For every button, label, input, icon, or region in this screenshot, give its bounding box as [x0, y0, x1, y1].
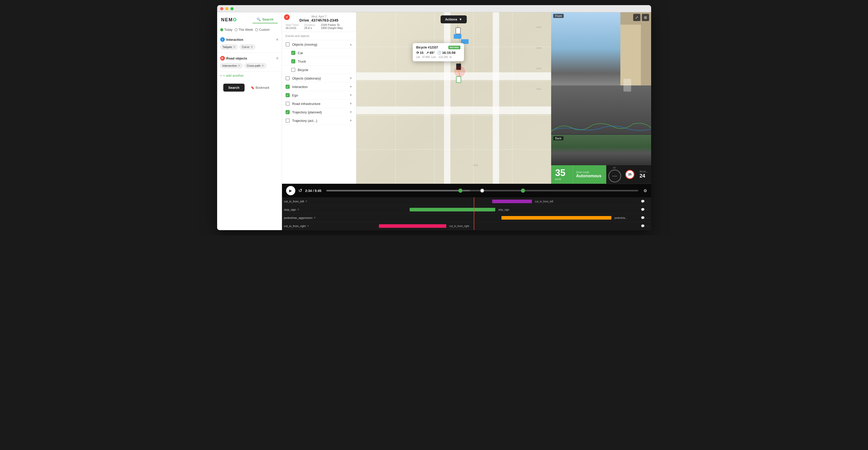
filter-road-infrastructure[interactable]: Road infrastructure ▼ [282, 100, 356, 108]
cutin-right-chevron[interactable]: ▼ [307, 224, 309, 227]
expand-icon[interactable]: ⤢ [633, 14, 640, 21]
close-button[interactable] [220, 7, 223, 10]
ped-comment-icon[interactable]: 💬 [641, 216, 645, 220]
today-radio[interactable] [220, 28, 223, 31]
more-icon[interactable]: ··· [646, 200, 649, 203]
date-filter-today[interactable]: Today [220, 28, 232, 32]
thisweek-radio[interactable] [235, 28, 238, 31]
drive-locations: 2294 Parker St 1800 Dwight Way [321, 23, 343, 29]
interaction-chevron[interactable]: ▼ [349, 85, 352, 88]
bicycle-checkbox[interactable] [291, 68, 295, 72]
search-icon: 🔍 [257, 18, 261, 21]
stop-sign-chevron[interactable]: ▼ [297, 208, 300, 211]
tailgate-remove[interactable]: ✕ [233, 45, 236, 49]
filter-trajectory-planned[interactable]: ✓ Trajectory (planned) ▼ [282, 108, 356, 116]
filter-car[interactable]: ✓ Car [282, 49, 356, 57]
ego-checkbox[interactable]: ✓ [286, 93, 290, 97]
road-objects-header: R Road objects ✕ [220, 55, 279, 62]
filter-interaction[interactable]: ✓ Interaction ▼ [282, 83, 356, 91]
bookmark-button[interactable]: 🔖 Bookmark [251, 86, 270, 89]
objects-stationary-chevron[interactable]: ▼ [349, 77, 352, 80]
date-filter-thisweek[interactable]: This Week [235, 28, 253, 32]
intersection-remove[interactable]: ✕ [238, 64, 241, 67]
road-objects-icon: R [220, 56, 225, 60]
objects-moving-checkbox[interactable] [286, 42, 290, 47]
event-row-cutin-left: cut_in_from_left ▼ cut_in_from_left 💬 ··… [282, 197, 651, 205]
ped-more-icon[interactable]: ··· [646, 216, 649, 220]
accel-value: 24 [640, 173, 648, 179]
bicycle-heading: 65° [430, 51, 435, 55]
play-button[interactable]: ▶ [286, 186, 295, 195]
waveform-graph [551, 120, 651, 134]
filter-objects-stationary[interactable]: Objects (stationary) ▼ [282, 74, 356, 83]
filter-truck[interactable]: ✓ Truck [282, 57, 356, 66]
filter-objects-moving[interactable]: Objects (moving) ▲ [282, 40, 356, 49]
cutin-remove[interactable]: ✕ [250, 45, 253, 49]
road-objects-close-icon[interactable]: ✕ [276, 56, 279, 60]
event-text-pedestrian: pedestria... [615, 216, 627, 219]
car-checkbox[interactable]: ✓ [291, 51, 295, 55]
pedestrian-chevron[interactable]: ▼ [313, 216, 316, 219]
drive-start-time: Start Time: 16:14:01 [286, 23, 299, 29]
trajectory-planned-label: Trajectory (planned) [292, 110, 322, 114]
interaction-checkbox[interactable]: ✓ [286, 85, 290, 89]
maximize-button[interactable] [230, 7, 234, 10]
truck-label: Truck [298, 59, 306, 63]
objects-stationary-checkbox[interactable] [286, 76, 290, 80]
road-infra-checkbox[interactable] [286, 102, 290, 106]
front-camera-view: Front ⤢ ⊞ [551, 12, 651, 135]
comment-icon[interactable]: 💬 [641, 200, 645, 203]
settings-button[interactable]: ⚙ [644, 188, 647, 193]
filter-ego[interactable]: ✓ Ego ▼ [282, 91, 356, 100]
filter-bicycle[interactable]: Bicycle [282, 66, 356, 74]
timeline-marker-2[interactable] [480, 189, 484, 193]
add-another-button[interactable]: + + add another [217, 72, 282, 80]
trajectory-planned-chevron[interactable]: ▼ [349, 110, 352, 114]
map-area: 2486 2488 2490 2492 3000 [356, 12, 551, 184]
ego-chevron[interactable]: ▼ [349, 93, 352, 97]
stop-sign-icons: 💬 ··· [639, 208, 651, 212]
playhead-cutin-right [474, 222, 474, 230]
trajectory-actual-chevron[interactable]: ▼ [349, 119, 352, 122]
bicycle-popup-title: Bicycle #12337 [416, 46, 438, 49]
cutin-right-more-icon[interactable]: ··· [646, 224, 649, 228]
timeline-marker-1[interactable] [458, 189, 462, 193]
objects-moving-chevron[interactable]: ▲ [349, 43, 352, 46]
custom-radio[interactable] [255, 28, 258, 31]
svg-rect-5 [454, 34, 461, 39]
road-infra-chevron[interactable]: ▼ [349, 102, 352, 106]
tailgate-label: Tailgate [222, 46, 232, 49]
stop-more-icon[interactable]: ··· [646, 208, 649, 212]
cutin-left-chevron[interactable]: ▼ [305, 200, 308, 203]
timeline-track[interactable] [326, 190, 638, 191]
external-link-icon[interactable]: ⧉ [450, 56, 452, 59]
pedestrian-track: pedestria... [333, 214, 639, 222]
date-filter-custom[interactable]: Custom [255, 28, 270, 32]
drive-close-button[interactable]: ✕ [284, 15, 290, 20]
minimize-button[interactable] [225, 7, 228, 10]
timeline-marker-3[interactable] [521, 189, 525, 193]
search-tab[interactable]: 🔍 Search [252, 17, 277, 23]
replay-button[interactable]: ↺ [299, 188, 302, 193]
stop-comment-icon[interactable]: 💬 [641, 208, 645, 212]
cutin-right-comment-icon[interactable]: 💬 [641, 224, 645, 228]
actions-button[interactable]: Actions ▼ [440, 16, 467, 23]
popup-coords: Lat: 37.865 Lon: -122.291 ⧉ [416, 56, 460, 59]
trajectory-planned-checkbox[interactable]: ✓ [286, 110, 290, 114]
bicycle-popup: Bicycle #12337 MOVING ⟳ 15 ↗ 65 [413, 43, 464, 61]
crosspath-remove[interactable]: ✕ [261, 64, 264, 67]
filter-trajectory-actual[interactable]: Trajectory (act...) ▼ [282, 116, 356, 125]
location2: 1800 Dwight Way [321, 26, 343, 29]
interaction-tags: Tailgate ✕ Cut-in ✕ [220, 43, 279, 51]
building-2 [620, 25, 641, 86]
interaction-close-icon[interactable]: ✕ [276, 38, 279, 41]
svg-point-4 [455, 66, 465, 77]
interaction-filter-label: Interaction [292, 85, 308, 89]
truck-checkbox[interactable]: ✓ [291, 59, 295, 63]
search-button[interactable]: Search [223, 84, 245, 92]
cutin-right-label: cut_in_from_right [284, 224, 306, 228]
grid-icon[interactable]: ⊞ [642, 14, 649, 21]
trajectory-actual-checkbox[interactable] [286, 118, 290, 123]
road-objects-label: Road objects [226, 56, 247, 60]
map-trajectory-svg [356, 12, 551, 184]
